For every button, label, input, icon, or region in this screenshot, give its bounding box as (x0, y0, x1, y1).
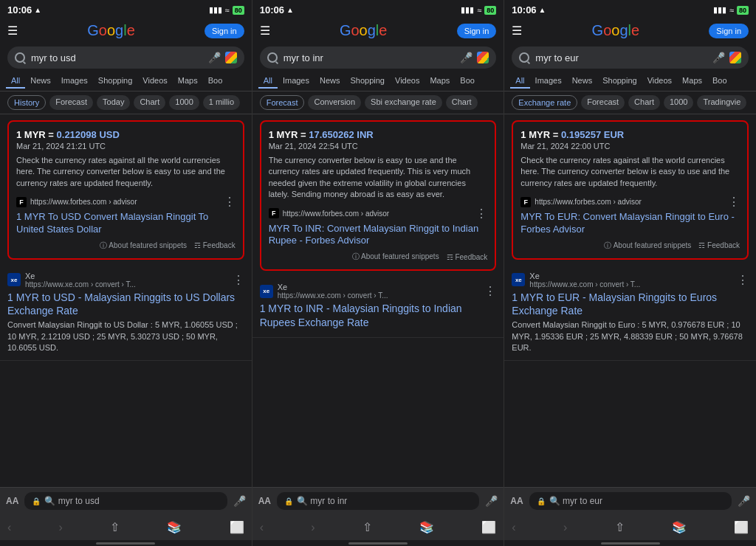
result-title[interactable]: 1 MYR to EUR - Malaysian Ringgits to Eur… (512, 291, 749, 317)
nav-tab-shopping[interactable]: Shopping (597, 74, 642, 89)
filter-tab-2[interactable]: Sbi exchange rate (365, 95, 442, 110)
nav-tab-videos[interactable]: Videos (390, 74, 425, 89)
microphone-icon[interactable]: 🎤 (460, 52, 472, 63)
filter-tab-3[interactable]: 1000 (664, 95, 693, 110)
aa-text-size[interactable]: AA (510, 496, 523, 506)
nav-tab-images[interactable]: Images (530, 74, 567, 89)
result-more-icon[interactable]: ⋮ (737, 273, 749, 287)
share-button[interactable]: ⇧ (362, 520, 372, 534)
result-more-icon[interactable]: ⋮ (233, 273, 244, 287)
filter-tab-1[interactable]: Forecast (49, 95, 93, 110)
filter-tab-3[interactable]: Chart (134, 95, 165, 110)
aa-text-size[interactable]: AA (6, 496, 18, 506)
forward-button[interactable]: › (311, 521, 315, 534)
nav-tab-shopping[interactable]: Shopping (93, 74, 138, 89)
snippet-link[interactable]: MYR To INR: Convert Malaysian Ringgit to… (269, 223, 488, 248)
filter-tab-0[interactable]: Exchange rate (512, 95, 577, 110)
hamburger-menu-icon[interactable]: ☰ (260, 24, 270, 38)
nav-tab-videos[interactable]: Videos (137, 74, 172, 89)
filter-tab-5[interactable]: 1 millio (203, 95, 240, 110)
microphone-icon[interactable]: 🎤 (712, 52, 725, 63)
search-bar[interactable]: myr to eur 🎤 (512, 46, 749, 69)
sign-in-button[interactable]: Sign in (709, 24, 749, 38)
url-bar[interactable]: 🔒 🔍 myr to eur (529, 492, 732, 510)
filter-tab-3[interactable]: Chart (446, 95, 478, 110)
filter-tab-2[interactable]: Chart (628, 95, 660, 110)
back-button[interactable]: ‹ (512, 521, 515, 534)
nav-tab-news[interactable]: News (567, 74, 598, 89)
filter-tab-0[interactable]: Forecast (260, 95, 305, 110)
sign-in-button[interactable]: Sign in (205, 24, 244, 38)
rate-label: 1 MYR = (16, 129, 57, 140)
google-lens-icon[interactable] (225, 52, 237, 63)
url-microphone-icon[interactable]: 🎤 (738, 495, 750, 507)
nav-tab-boo[interactable]: Boo (455, 74, 480, 89)
source-more-icon[interactable]: ⋮ (224, 195, 236, 209)
nav-tab-boo[interactable]: Boo (707, 74, 732, 89)
hamburger-menu-icon[interactable]: ☰ (512, 24, 522, 38)
filter-tab-2[interactable]: Today (97, 95, 130, 110)
url-bar[interactable]: 🔒 🔍 myr to inr (277, 492, 479, 510)
nav-tab-maps[interactable]: Maps (677, 74, 707, 89)
google-lens-icon[interactable] (729, 52, 741, 63)
status-bar: 10:06 ▲ ▮▮▮ ≈ 80 (252, 0, 504, 18)
nav-tab-images[interactable]: Images (278, 74, 315, 89)
share-button[interactable]: ⇧ (615, 520, 625, 534)
nav-tab-news[interactable]: News (315, 74, 346, 89)
nav-tab-all[interactable]: All (510, 74, 529, 89)
sign-in-button[interactable]: Sign in (457, 24, 497, 38)
search-bar[interactable]: myr to usd 🎤 (7, 46, 244, 69)
nav-tabs: AllNewsImagesShoppingVideosMapsBoo (0, 72, 252, 91)
url-microphone-icon[interactable]: 🎤 (485, 495, 498, 507)
back-button[interactable]: ‹ (260, 521, 264, 534)
source-more-icon[interactable]: ⋮ (475, 207, 487, 221)
bookmarks-button[interactable]: 📚 (672, 520, 687, 534)
back-button[interactable]: ‹ (7, 521, 11, 534)
snippet-link[interactable]: 1 MYR To USD Convert Malaysian Ringgit T… (16, 211, 236, 236)
nav-tab-videos[interactable]: Videos (642, 74, 677, 89)
result-snippet: Convert Malaysian Ringgit to US Dollar :… (7, 319, 244, 353)
hamburger-menu-icon[interactable]: ☰ (7, 24, 18, 38)
filter-tab-1[interactable]: Forecast (581, 95, 625, 110)
about-snippets-link[interactable]: ⓘ About featured snippets (352, 252, 439, 262)
nav-tab-shopping[interactable]: Shopping (346, 74, 391, 89)
nav-tab-all[interactable]: All (258, 74, 278, 89)
nav-tab-images[interactable]: Images (56, 74, 93, 89)
nav-tab-boo[interactable]: Boo (203, 74, 228, 89)
result-title[interactable]: 1 MYR to USD - Malaysian Ringgits to US … (7, 291, 244, 317)
nav-tab-all[interactable]: All (6, 74, 25, 89)
tabs-button[interactable]: ⬜ (230, 520, 244, 534)
filter-tab-1[interactable]: Conversion (308, 95, 361, 110)
source-more-icon[interactable]: ⋮ (728, 195, 740, 209)
google-lens-icon[interactable] (477, 52, 489, 63)
bookmarks-button[interactable]: 📚 (167, 520, 182, 534)
tabs-button[interactable]: ⬜ (734, 520, 749, 534)
result-more-icon[interactable]: ⋮ (484, 284, 496, 298)
result-title[interactable]: 1 MYR to INR - Malaysian Ringgits to Ind… (260, 302, 497, 328)
aa-text-size[interactable]: AA (258, 496, 271, 506)
forbes-favicon: F (269, 208, 279, 218)
filter-tab-4[interactable]: Tradingvie (697, 95, 746, 110)
bookmarks-button[interactable]: 📚 (419, 520, 434, 534)
search-bar[interactable]: myr to inr 🎤 (260, 46, 497, 69)
snippet-description: Check the currency rates against all the… (16, 155, 236, 189)
feedback-link[interactable]: ☶ Feedback (447, 253, 488, 261)
about-snippets-link[interactable]: ⓘ About featured snippets (100, 241, 187, 251)
feedback-link[interactable]: ☶ Feedback (698, 241, 740, 249)
nav-tab-maps[interactable]: Maps (425, 74, 455, 89)
forward-button[interactable]: › (59, 521, 63, 534)
nav-tab-maps[interactable]: Maps (173, 74, 203, 89)
filter-tab-4[interactable]: 1000 (169, 95, 199, 110)
result-site-url: https://www.xe.com › convert › T... (25, 280, 228, 288)
snippet-link[interactable]: MYR To EUR: Convert Malaysian Ringgit to… (520, 211, 740, 236)
url-bar[interactable]: 🔒 🔍 myr to usd (24, 492, 227, 510)
microphone-icon[interactable]: 🎤 (208, 52, 221, 63)
about-snippets-link[interactable]: ⓘ About featured snippets (604, 241, 691, 251)
share-button[interactable]: ⇧ (110, 520, 120, 534)
filter-tab-0[interactable]: History (7, 95, 46, 110)
nav-tab-news[interactable]: News (25, 74, 56, 89)
feedback-link[interactable]: ☶ Feedback (194, 241, 236, 249)
tabs-button[interactable]: ⬜ (481, 520, 496, 534)
forward-button[interactable]: › (563, 521, 567, 534)
url-microphone-icon[interactable]: 🎤 (233, 495, 246, 507)
